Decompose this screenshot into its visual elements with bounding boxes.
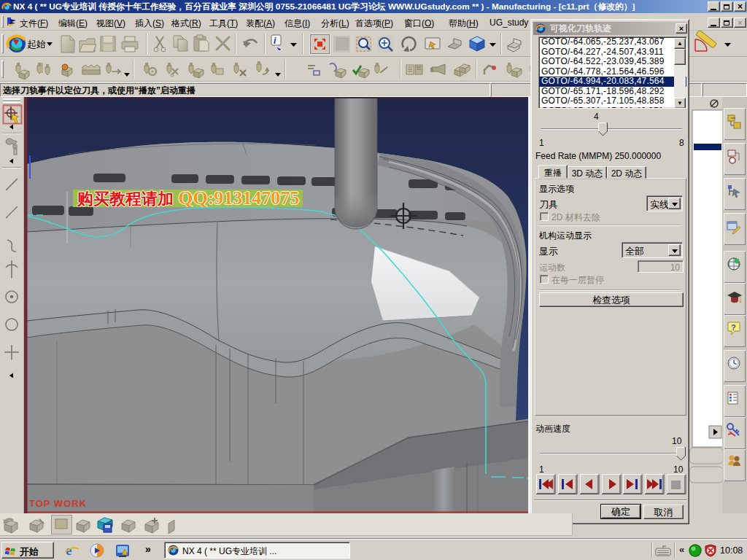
svg-text:?: ? (731, 323, 736, 332)
svg-text:起始: 起始 (27, 39, 46, 50)
